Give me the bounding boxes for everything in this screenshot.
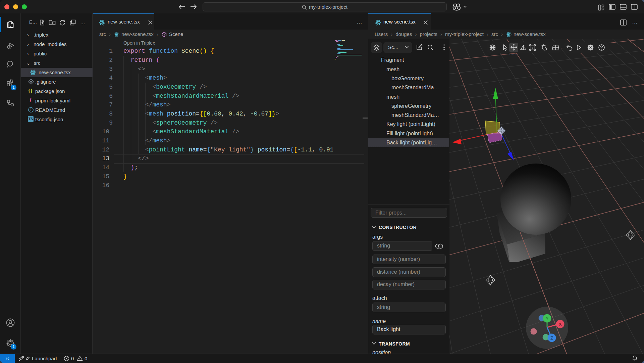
svg-text:Z: Z xyxy=(550,335,553,341)
svg-text:Y: Y xyxy=(546,316,549,321)
svg-text:X: X xyxy=(559,322,562,327)
